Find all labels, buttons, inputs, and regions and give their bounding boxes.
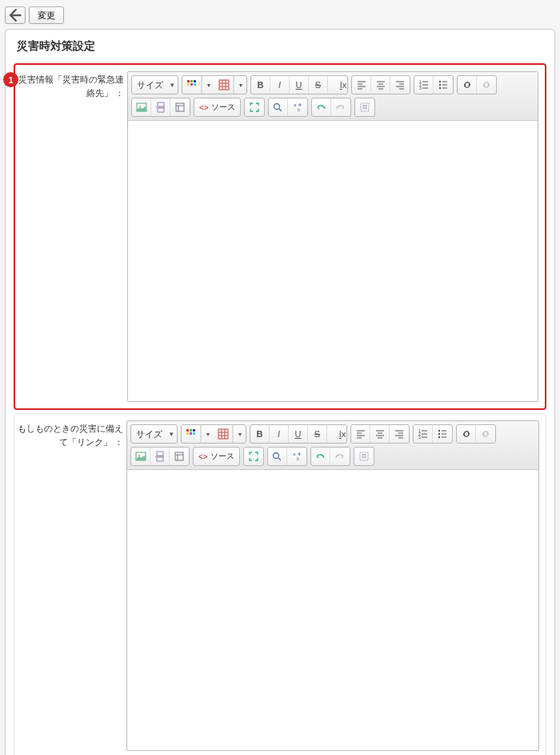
svg-point-81	[438, 433, 440, 435]
redo-button[interactable]	[330, 448, 350, 465]
align-center-button[interactable]	[371, 76, 390, 94]
table-button[interactable]	[214, 76, 234, 94]
text-color-button[interactable]	[182, 76, 202, 94]
main-panel: 災害時対策設定 1 災害情報「災害時の緊急連絡先」 ： サイズ	[5, 29, 555, 755]
unlink-button[interactable]	[477, 76, 496, 94]
maximize-button[interactable]	[245, 98, 264, 116]
svg-point-83	[438, 436, 440, 438]
undo-button[interactable]	[312, 98, 331, 116]
svg-text:3: 3	[419, 86, 422, 90]
replace-button[interactable]: ab	[287, 448, 306, 465]
rich-text-editor: サイズ B I U S Ix	[126, 420, 539, 751]
align-right-button[interactable]	[390, 76, 410, 94]
svg-rect-55	[193, 432, 195, 435]
text-color-button[interactable]	[182, 425, 201, 443]
svg-rect-40	[176, 103, 184, 111]
svg-rect-90	[175, 452, 183, 460]
svg-point-43	[274, 104, 280, 110]
unlink-button[interactable]	[476, 425, 495, 443]
templates-button[interactable]	[170, 448, 189, 465]
field-block: 1 災害情報「災害時の緊急連絡先」 ： サイズ	[14, 63, 546, 410]
strike-button[interactable]: S	[308, 425, 327, 443]
svg-line-44	[279, 109, 282, 111]
svg-rect-5	[194, 83, 196, 86]
change-button-top[interactable]: 変更	[29, 6, 64, 24]
text-color-dropdown[interactable]	[201, 425, 214, 443]
svg-rect-54	[190, 432, 192, 435]
ordered-list-button[interactable]: 123	[414, 425, 433, 443]
svg-line-94	[278, 458, 281, 460]
maximize-button[interactable]	[244, 448, 263, 465]
svg-point-79	[438, 430, 440, 432]
bold-button[interactable]: B	[250, 425, 270, 443]
align-right-button[interactable]	[390, 425, 409, 443]
ordered-list-button[interactable]: 123	[414, 76, 434, 94]
link-button[interactable]	[457, 425, 476, 443]
replace-button[interactable]: ab	[288, 98, 307, 116]
svg-point-36	[138, 106, 141, 108]
show-blocks-button[interactable]	[354, 448, 374, 465]
svg-rect-87	[157, 452, 163, 456]
page-break-button[interactable]	[150, 448, 170, 465]
font-size-select[interactable]: サイズ	[131, 425, 177, 443]
svg-rect-97	[360, 452, 368, 460]
svg-point-86	[138, 455, 140, 457]
unordered-list-button[interactable]	[433, 425, 452, 443]
bold-button[interactable]: B	[251, 76, 270, 94]
image-button[interactable]	[132, 98, 151, 116]
svg-rect-47	[361, 103, 369, 111]
svg-rect-3	[187, 83, 190, 86]
show-blocks-button[interactable]	[355, 98, 374, 116]
link-button[interactable]	[458, 76, 477, 94]
svg-rect-4	[190, 83, 193, 86]
undo-button[interactable]	[311, 448, 330, 465]
svg-rect-38	[158, 108, 164, 112]
redo-button[interactable]	[331, 98, 350, 116]
remove-format-button[interactable]: Ix	[327, 425, 346, 443]
find-button[interactable]	[269, 98, 288, 116]
underline-button[interactable]: U	[289, 425, 308, 443]
templates-button[interactable]	[170, 98, 190, 116]
svg-rect-50	[186, 429, 189, 432]
svg-rect-88	[157, 457, 163, 461]
source-button[interactable]: <>ソース	[194, 98, 240, 116]
editor-content[interactable]	[127, 470, 538, 750]
remove-format-button[interactable]: Ix	[328, 76, 347, 94]
page-break-button[interactable]	[151, 98, 170, 116]
italic-button[interactable]: I	[270, 425, 289, 443]
find-button[interactable]	[268, 448, 287, 465]
strike-button[interactable]: S	[309, 76, 328, 94]
table-button[interactable]	[214, 425, 233, 443]
svg-text:a: a	[294, 102, 297, 107]
svg-rect-51	[190, 429, 192, 432]
svg-rect-6	[219, 80, 229, 90]
svg-rect-56	[218, 429, 228, 439]
svg-rect-1	[190, 80, 193, 82]
field-label: 災害情報「災害時の緊急連絡先」 ：	[15, 71, 127, 402]
svg-text:3: 3	[418, 435, 421, 440]
unordered-list-button[interactable]	[434, 76, 453, 94]
svg-text:b: b	[298, 107, 301, 112]
underline-button[interactable]: U	[290, 76, 309, 94]
table-dropdown[interactable]	[233, 425, 246, 443]
editor-content[interactable]	[128, 121, 538, 401]
text-color-dropdown[interactable]	[202, 76, 214, 94]
source-button[interactable]: <>ソース	[194, 448, 239, 465]
callout-badge: 1	[3, 72, 18, 87]
font-size-select[interactable]: サイズ	[132, 76, 178, 94]
section-title: 災害時対策設定	[10, 34, 550, 60]
back-button[interactable]	[5, 6, 26, 24]
editor-toolbar: サイズ	[128, 72, 538, 121]
svg-rect-2	[194, 80, 196, 82]
align-center-button[interactable]	[370, 425, 390, 443]
svg-point-93	[274, 453, 279, 459]
align-left-button[interactable]	[351, 425, 370, 443]
image-button[interactable]	[131, 448, 150, 465]
table-dropdown[interactable]	[234, 76, 246, 94]
svg-rect-53	[186, 432, 189, 435]
field-label: もしものときの災害に備えて「リンク」 ：	[14, 420, 126, 751]
svg-point-33	[439, 87, 441, 89]
svg-rect-0	[187, 80, 190, 82]
italic-button[interactable]: I	[270, 76, 290, 94]
align-left-button[interactable]	[352, 76, 371, 94]
